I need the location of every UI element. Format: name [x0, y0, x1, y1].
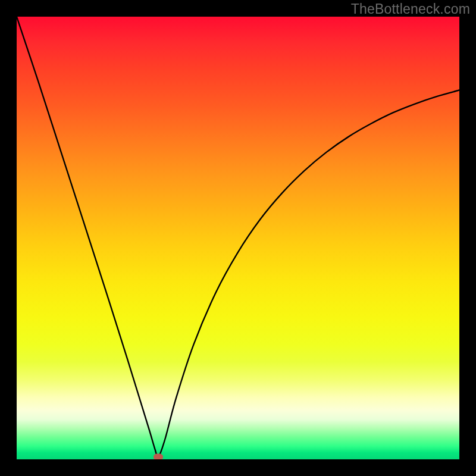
optimal-marker-icon [154, 454, 163, 459]
watermark-label: TheBottleneck.com [351, 1, 470, 17]
bottleneck-curve [17, 17, 459, 459]
plot-area [17, 17, 459, 459]
chart-frame: TheBottleneck.com [0, 0, 476, 476]
